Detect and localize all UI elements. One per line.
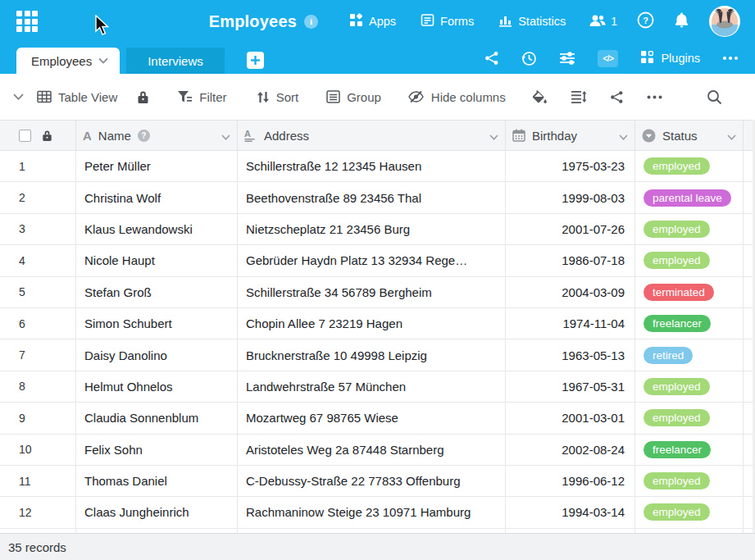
cell-address[interactable]: Landwehrstraße 57 München — [238, 371, 506, 402]
cell-status[interactable]: freelancer — [635, 308, 744, 339]
row-height-button[interactable] — [571, 90, 587, 104]
cell-status[interactable]: employed — [635, 245, 744, 275]
cell-status[interactable]: employed — [635, 214, 744, 244]
search-icon[interactable] — [707, 89, 722, 105]
cell-birthday[interactable]: 2004-03-09 — [506, 277, 635, 307]
column-header-status[interactable]: Status — [635, 121, 744, 150]
cell-address[interactable]: Schillerstraße 12 12345 Hausen — [238, 151, 506, 181]
cell-name[interactable]: Thomas Daniel — [76, 466, 238, 496]
cell-name[interactable]: Stefan Groß — [76, 277, 238, 307]
column-description-icon[interactable]: ? — [138, 130, 150, 142]
cell-status[interactable]: employed — [635, 466, 744, 496]
share-icon[interactable] — [484, 51, 499, 66]
info-icon[interactable]: i — [304, 15, 318, 29]
cell-name[interactable]: Klaus Lewandowski — [76, 214, 238, 244]
app-launcher-icon[interactable] — [16, 11, 38, 32]
cell-address[interactable]: Chopin Allee 7 23219 Hagen — [238, 308, 506, 339]
status-badge[interactable]: employed — [644, 252, 710, 269]
status-badge[interactable]: freelancer — [644, 315, 711, 332]
status-badge[interactable]: freelancer — [644, 441, 711, 458]
table-row[interactable]: 10 Felix Sohn Aristoteles Weg 2a 87448 S… — [0, 435, 755, 466]
table-row[interactable]: 1 Peter Müller Schillerstraße 12 12345 H… — [0, 151, 755, 182]
plugins-button[interactable]: Plugins — [640, 50, 700, 66]
more-options-icon[interactable] — [722, 56, 739, 61]
avatar[interactable] — [709, 6, 740, 37]
views-collapse-chevron[interactable] — [13, 93, 24, 100]
cell-status[interactable]: employed — [635, 371, 744, 402]
cell-name[interactable]: Nicole Haupt — [76, 245, 238, 275]
status-badge[interactable]: retired — [644, 347, 693, 364]
row-color-button[interactable] — [530, 89, 548, 104]
cell-name[interactable]: Christina Wolf — [76, 182, 238, 212]
cell-status[interactable]: parental leave — [635, 182, 744, 212]
cell-status[interactable]: retired — [635, 339, 744, 370]
cell-birthday[interactable]: 1996-06-12 — [506, 466, 635, 496]
api-code-icon[interactable]: </> — [598, 50, 618, 67]
status-badge[interactable]: parental leave — [644, 189, 731, 207]
tab-interviews[interactable]: Interviews — [126, 48, 225, 74]
cell-status[interactable]: employed — [635, 497, 744, 527]
column-menu-chevron[interactable] — [619, 129, 628, 143]
column-menu-chevron[interactable] — [489, 129, 498, 143]
help-button[interactable]: ? — [637, 11, 654, 32]
status-badge[interactable]: employed — [644, 409, 710, 426]
table-row[interactable]: 3 Klaus Lewandowski Nietzscheplatz 21 23… — [0, 214, 755, 245]
table-row[interactable]: 11 Thomas Daniel C-Debussy-Straße 22 778… — [0, 466, 755, 497]
table-row[interactable]: 2 Christina Wolf Beethovenstraße 89 2345… — [0, 182, 755, 213]
cell-address[interactable]: Brucknerstraße 10 49998 Leipzig — [238, 339, 506, 370]
cell-address[interactable]: Schillerstraße 34 56789 Bergheim — [238, 277, 506, 307]
hide-columns-button[interactable]: Hide columns — [407, 90, 506, 104]
status-badge[interactable]: terminated — [644, 284, 714, 301]
status-badge[interactable]: employed — [644, 157, 710, 175]
cell-status[interactable]: terminated — [635, 277, 744, 307]
cell-name[interactable]: Helmut Ohnelos — [76, 371, 238, 402]
cell-status[interactable]: freelancer — [635, 435, 744, 465]
cell-name[interactable]: Simon Schubert — [76, 308, 238, 339]
status-badge[interactable]: employed — [644, 472, 710, 489]
cell-birthday[interactable]: 1967-05-31 — [506, 371, 635, 402]
table-row[interactable]: 7 Daisy Danolino Brucknerstraße 10 49998… — [0, 339, 755, 371]
cell-name[interactable]: Peter Müller — [76, 151, 238, 181]
cell-status[interactable]: employed — [635, 403, 744, 433]
cell-birthday[interactable]: 2002-08-24 — [506, 435, 635, 465]
table-row[interactable]: 5 Stefan Groß Schillerstraße 34 56789 Be… — [0, 277, 755, 308]
cell-name[interactable]: Felix Sohn — [76, 435, 238, 465]
share-view-icon[interactable] — [610, 90, 624, 104]
cell-birthday[interactable]: 2001-07-26 — [506, 214, 635, 244]
cell-birthday[interactable]: 2001-03-01 — [506, 403, 635, 433]
cell-name[interactable]: Daisy Danolino — [76, 339, 238, 370]
cell-birthday[interactable]: 1975-03-23 — [506, 151, 635, 181]
group-button[interactable]: Group — [326, 90, 381, 104]
current-view-button[interactable]: Table View — [37, 90, 117, 104]
status-badge[interactable]: employed — [644, 503, 710, 521]
nav-forms[interactable]: Forms — [421, 13, 474, 30]
cell-address[interactable]: Beethovenstraße 89 23456 Thal — [238, 182, 506, 212]
toolbar-more-icon[interactable] — [647, 95, 662, 99]
sort-button[interactable]: Sort — [257, 90, 299, 104]
table-row[interactable]: 6 Simon Schubert Chopin Allee 7 23219 Ha… — [0, 308, 755, 339]
table-row[interactable]: 8 Helmut Ohnelos Landwehrstraße 57 Münch… — [0, 371, 755, 403]
cell-address[interactable]: Nietzscheplatz 21 23456 Burg — [238, 214, 506, 244]
column-header-birthday[interactable]: Birthday — [506, 121, 635, 150]
nav-apps[interactable]: Apps — [349, 13, 396, 30]
view-lock-icon[interactable] — [137, 90, 149, 104]
cell-name[interactable]: Claas Jungheinrich — [76, 497, 238, 527]
cell-birthday[interactable]: 1974-11-04 — [506, 308, 635, 339]
cell-birthday[interactable]: 1963-05-13 — [506, 339, 635, 370]
collaborators[interactable]: 1 — [589, 14, 617, 30]
select-all-checkbox[interactable] — [19, 130, 31, 142]
column-header-name[interactable]: A Name ? — [76, 121, 238, 150]
settings-sliders-icon[interactable] — [559, 51, 575, 66]
history-icon[interactable] — [521, 51, 537, 66]
status-badge[interactable]: employed — [644, 221, 710, 238]
filter-button[interactable]: Filter — [177, 90, 226, 104]
cell-address[interactable]: C-Debussy-Straße 22 77833 Offenburg — [238, 466, 506, 496]
cell-birthday[interactable]: 1999-08-03 — [506, 182, 635, 212]
table-row[interactable]: 4 Nicole Haupt Gebrüder Haydn Platz 13 3… — [0, 245, 755, 276]
cell-birthday[interactable]: 1994-03-14 — [506, 497, 635, 527]
notifications-bell-icon[interactable] — [674, 11, 689, 32]
column-header-address[interactable]: A Address — [238, 121, 506, 150]
table-row[interactable]: 9 Claudia Sonnenblum Mozartweg 67 98765 … — [0, 403, 755, 434]
tab-employees[interactable]: Employees — [16, 48, 120, 74]
cell-status[interactable]: employed — [635, 151, 744, 181]
